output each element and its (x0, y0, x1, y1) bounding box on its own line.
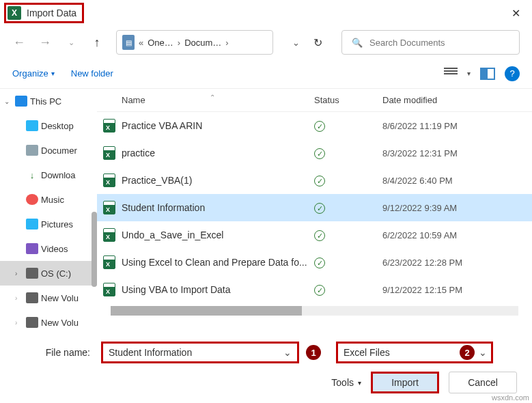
organize-menu[interactable]: Organize▾ (12, 68, 55, 79)
close-button[interactable]: ✕ (502, 3, 529, 23)
chevron-down-icon: ▾ (51, 70, 55, 77)
sidebar-scrollbar[interactable] (92, 212, 97, 287)
file-row[interactable]: Practice_VBA(1) ✓ 8/4/2022 6:40 PM (97, 167, 532, 194)
file-date: 9/12/2022 12:15 PM (382, 285, 532, 295)
vid-icon (26, 243, 38, 254)
breadcrumb-seg1[interactable]: One… (148, 38, 173, 48)
tree-label: New Volu (41, 293, 79, 303)
tree-label: New Volu (41, 318, 79, 328)
sort-indicator-icon: ⌃ (210, 94, 215, 101)
file-type-filter[interactable]: Excel Files 2 ⌄ (336, 342, 493, 363)
annotation-badge-2: 2 (460, 345, 475, 360)
tools-menu[interactable]: Tools▾ (331, 377, 361, 388)
sidebar-item-newvolu[interactable]: ›New Volu (0, 310, 97, 335)
refresh-button[interactable]: ↻ (313, 36, 322, 49)
chevron-down-icon[interactable]: ⌄ (283, 347, 292, 358)
chevron-icon[interactable]: › (15, 294, 23, 302)
sidebar-item-pictures[interactable]: ›Pictures (0, 212, 97, 236)
search-icon: 🔍 (352, 38, 363, 48)
chevron-right-icon: › (225, 38, 228, 48)
chevron-icon[interactable]: ⌄ (4, 98, 12, 105)
new-folder-button[interactable]: New folder (71, 68, 113, 79)
window-title: Import Data (27, 8, 76, 18)
address-dropdown[interactable]: ⌄ (292, 38, 300, 48)
file-row[interactable]: Student Information ✓ 9/12/2022 9:39 AM (97, 194, 532, 221)
column-name[interactable]: Name⌃ (97, 95, 314, 105)
back-button[interactable]: ← (12, 36, 26, 50)
recent-dropdown[interactable]: ⌄ (64, 38, 78, 47)
help-button[interactable]: ? (505, 66, 520, 81)
sync-status-icon: ✓ (314, 256, 382, 268)
column-date[interactable]: Date modified (382, 95, 532, 105)
sidebar-item-thispc[interactable]: ⌄This PC (0, 89, 97, 113)
excel-file-icon (97, 201, 122, 214)
breadcrumb-prefix: « (139, 38, 143, 48)
title-highlight: X Import Data (4, 3, 84, 23)
sync-status-icon: ✓ (314, 229, 382, 241)
excel-file-icon (97, 255, 122, 269)
search-placeholder: Search Documents (369, 38, 445, 48)
sidebar-item-documer[interactable]: ›Documer (0, 138, 97, 163)
chevron-icon[interactable]: › (15, 319, 23, 326)
music-icon (26, 194, 38, 205)
file-name: Practice VBA ARIN (122, 120, 314, 131)
sidebar-item-downloa[interactable]: ›↓Downloa (0, 163, 97, 187)
breadcrumb-seg2[interactable]: Docum… (184, 38, 221, 48)
pics-icon (26, 219, 38, 230)
file-list: Name⌃ Status Date modified Practice VBA … (97, 89, 532, 335)
pc-icon (15, 96, 27, 107)
horizontal-scrollbar[interactable] (111, 306, 518, 316)
folder-icon: ▤ (122, 35, 135, 50)
sync-status-icon: ✓ (314, 120, 382, 132)
excel-file-icon (97, 119, 122, 133)
forward-button[interactable]: → (38, 36, 52, 50)
sidebar-item-videos[interactable]: ›Videos (0, 236, 97, 261)
file-name: practice (122, 148, 314, 158)
import-button[interactable]: Import (371, 372, 439, 393)
file-row[interactable]: Using Excel to Clean and Prepare Data fo… (97, 249, 532, 276)
file-row[interactable]: practice ✓ 8/3/2022 12:31 PM (97, 139, 532, 167)
sidebar-item-newvolu[interactable]: ›New Volu (0, 286, 97, 310)
sync-status-icon: ✓ (314, 202, 382, 214)
file-row[interactable]: Undo_a_Save_in_Excel ✓ 6/2/2022 10:59 AM (97, 221, 532, 249)
search-input[interactable]: 🔍 Search Documents (341, 30, 520, 55)
sidebar-item-desktop[interactable]: ›Desktop (0, 113, 97, 138)
tree-label: Music (41, 195, 64, 205)
docs-icon (26, 145, 38, 156)
sync-status-icon: ✓ (314, 147, 382, 159)
dl-icon: ↓ (26, 169, 38, 180)
desktop-icon (26, 120, 38, 131)
file-date: 8/6/2022 11:19 PM (382, 121, 532, 131)
sync-status-icon: ✓ (314, 174, 382, 186)
filename-label: File name: (14, 347, 96, 358)
address-bar[interactable]: ▤ « One… › Docum… › (116, 30, 273, 55)
title-bar: X Import Data ✕ (0, 0, 532, 26)
drive-icon (26, 268, 38, 279)
tree-label: This PC (30, 96, 61, 107)
column-status[interactable]: Status (314, 95, 382, 105)
view-mode-button[interactable] (444, 68, 458, 80)
chevron-icon[interactable]: › (15, 270, 23, 277)
tree-label: Documer (41, 145, 77, 156)
file-row[interactable]: Practice VBA ARIN ✓ 8/6/2022 11:19 PM (97, 112, 532, 139)
footer: File name: Student Information ⌄ 1 Excel… (0, 335, 532, 393)
tree-label: Videos (41, 244, 68, 254)
file-name: Using Excel to Clean and Prepare Data fo… (122, 257, 314, 268)
chevron-down-icon[interactable]: ⌄ (479, 347, 487, 358)
file-date: 9/12/2022 9:39 AM (382, 203, 532, 213)
sidebar-item-music[interactable]: ›Music (0, 187, 97, 212)
drive-icon (26, 317, 38, 328)
watermark: wsxdn.com (492, 393, 529, 402)
chevron-down-icon[interactable]: ▾ (467, 70, 471, 77)
cancel-button[interactable]: Cancel (449, 372, 517, 393)
filename-input[interactable]: Student Information ⌄ (101, 342, 299, 363)
file-row[interactable]: Using VBA to Import Data ✓ 9/12/2022 12:… (97, 276, 532, 303)
nav-bar: ← → ⌄ ↑ ▤ « One… › Docum… › ⌄ ↻ 🔍 Search… (0, 26, 532, 59)
file-name: Using VBA to Import Data (122, 284, 314, 295)
drive-icon (26, 292, 38, 303)
sidebar-item-osc[interactable]: ›OS (C:) (0, 261, 97, 286)
preview-pane-button[interactable] (480, 68, 495, 80)
up-button[interactable]: ↑ (90, 36, 104, 50)
tree-label: Downloa (41, 170, 76, 180)
file-name: Student Information (122, 202, 314, 213)
